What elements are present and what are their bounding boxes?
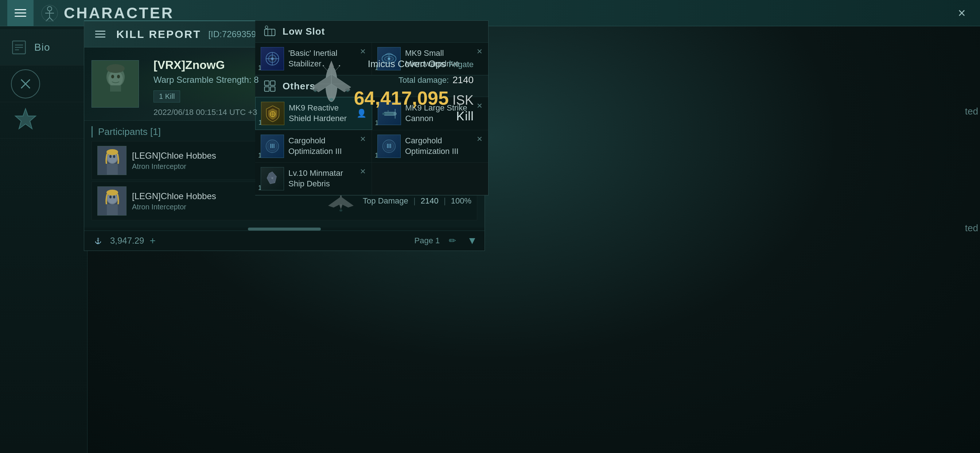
pilot-avatar bbox=[92, 60, 139, 108]
kr-menu-line-1 bbox=[95, 30, 105, 32]
svg-line-30 bbox=[323, 66, 328, 71]
kill-location: ZID-LE < 3-PC31 < Feythabolis bbox=[153, 119, 266, 120]
svg-point-49 bbox=[339, 209, 342, 212]
kr-menu-line-3 bbox=[95, 37, 105, 38]
participant-2-ship: Atron Interceptor bbox=[132, 203, 319, 211]
total-damage-label: Total damage: bbox=[398, 75, 449, 85]
add-button[interactable]: + bbox=[150, 235, 155, 247]
low-slot-title: Low Slot bbox=[283, 26, 325, 37]
ship-name: Imicus Covert Ops bbox=[368, 58, 446, 70]
kr-menu-line-2 bbox=[95, 33, 105, 35]
svg-point-18 bbox=[117, 75, 120, 78]
medals-icon bbox=[11, 105, 40, 136]
empty-slot bbox=[372, 163, 488, 195]
svg-point-26 bbox=[314, 90, 317, 92]
svg-text:III: III bbox=[270, 143, 275, 149]
svg-point-33 bbox=[339, 65, 340, 66]
svg-point-84 bbox=[271, 177, 273, 179]
anchor-icon: ⚓ bbox=[92, 234, 105, 247]
ship-debris-icon bbox=[261, 167, 284, 190]
kill-count-badge: 1 Kill bbox=[153, 91, 180, 102]
svg-point-17 bbox=[111, 75, 114, 78]
svg-rect-50 bbox=[265, 29, 275, 35]
svg-point-45 bbox=[110, 196, 111, 198]
sidebar-item-bio[interactable]: Bio bbox=[0, 29, 88, 65]
avatar-face bbox=[92, 61, 138, 107]
partial-text-ted-1: ted bbox=[965, 106, 978, 117]
svg-point-37 bbox=[110, 155, 111, 158]
cargohold-left-close-button[interactable]: ✕ bbox=[360, 135, 366, 144]
svg-point-16 bbox=[108, 71, 123, 87]
cargohold-left-name: Cargohold Optimization III bbox=[288, 136, 355, 156]
svg-point-40 bbox=[107, 149, 118, 155]
cargohold-opt-right-item: 1 III Cargohold Optimization III ✕ bbox=[372, 130, 488, 162]
filter-icon[interactable]: ▼ bbox=[467, 235, 477, 247]
page-label: Page 1 bbox=[415, 236, 440, 246]
cargohold-left-icon: III bbox=[261, 135, 284, 158]
svg-point-46 bbox=[113, 196, 115, 198]
kr-menu-button[interactable] bbox=[92, 26, 109, 43]
menu-line-3 bbox=[14, 16, 26, 17]
combat-icon bbox=[11, 69, 40, 99]
low-slot-header: Low Slot bbox=[255, 21, 488, 43]
svg-rect-20 bbox=[103, 91, 128, 108]
cargohold-right-icon: III bbox=[377, 135, 401, 158]
scrollbar-thumb[interactable] bbox=[248, 228, 321, 231]
sidebar-nav: Bio bbox=[0, 29, 88, 139]
item-2-close-button[interactable]: ✕ bbox=[477, 47, 483, 56]
low-slot-icon bbox=[262, 24, 277, 39]
svg-point-48 bbox=[107, 190, 118, 196]
participant-1-avatar bbox=[97, 146, 127, 175]
total-damage-value: 2140 bbox=[452, 74, 474, 86]
svg-line-31 bbox=[336, 66, 340, 71]
bottom-value: 3,947.29 bbox=[110, 236, 144, 246]
warp-scramble-text: Warp Scramble Strength: 8 bbox=[153, 75, 266, 85]
svg-point-21 bbox=[107, 64, 125, 73]
isk-value: 64,417,095 bbox=[354, 87, 449, 109]
strike-cannon-close-button[interactable]: ✕ bbox=[477, 101, 483, 110]
isk-label: ISK bbox=[452, 93, 474, 108]
ship-debris-close-button[interactable]: ✕ bbox=[360, 167, 366, 176]
others-items-row-3: 1 Lv.10 Minmatar Ship Debris ✕ bbox=[255, 163, 488, 195]
pilot-name: [VRX]ZnowG bbox=[153, 58, 266, 72]
cargohold-right-close-button[interactable]: ✕ bbox=[477, 135, 483, 144]
svg-point-38 bbox=[113, 155, 115, 158]
svg-text:III: III bbox=[387, 143, 391, 149]
scrollbar-track[interactable] bbox=[84, 228, 485, 231]
svg-point-53 bbox=[265, 26, 267, 28]
cargohold-opt-left-item: 1 III Cargohold Optimization III ✕ bbox=[255, 130, 372, 162]
sidebar-item-medals[interactable] bbox=[0, 102, 88, 139]
sidebar-item-combat[interactable] bbox=[0, 65, 88, 102]
svg-rect-39 bbox=[107, 164, 118, 175]
menu-line-1 bbox=[14, 9, 26, 10]
ship-debris-item: 1 Lv.10 Minmatar Ship Debris ✕ bbox=[255, 163, 372, 195]
participant-2-avatar bbox=[97, 187, 127, 215]
ship-type: Frigate bbox=[449, 60, 474, 69]
app-title: CHARACTER bbox=[64, 4, 174, 22]
svg-point-27 bbox=[346, 90, 349, 92]
svg-point-25 bbox=[329, 98, 334, 100]
svg-rect-47 bbox=[107, 204, 118, 215]
svg-point-32 bbox=[323, 65, 324, 66]
kill-datetime: 2022/06/18 00:15:14 UTC +3 bbox=[153, 108, 266, 117]
kill-result-label: Kill bbox=[456, 109, 474, 120]
cargohold-right-name: Cargohold Optimization III bbox=[405, 136, 472, 156]
edit-icon[interactable]: ✏ bbox=[449, 236, 456, 246]
kill-stats-block: Imicus Covert Ops Frigate Total damage: … bbox=[354, 58, 474, 120]
menu-line-2 bbox=[14, 13, 26, 13]
character-icon bbox=[41, 4, 58, 22]
participant-2-stats: Top Damage | 2140 | 100% bbox=[363, 196, 471, 206]
bio-icon bbox=[11, 39, 27, 56]
sidebar-bio-label: Bio bbox=[34, 41, 50, 53]
svg-marker-12 bbox=[15, 109, 36, 129]
close-app-button[interactable]: × bbox=[951, 2, 973, 24]
svg-point-0 bbox=[48, 6, 52, 11]
others-items-row-2: 1 III Cargohold Optimization III ✕ 1 III bbox=[255, 130, 488, 163]
kr-bottom-bar: ⚓ 3,947.29 + Page 1 ✏ ▼ bbox=[84, 231, 485, 250]
pilot-info-block: [VRX]ZnowG Warp Scramble Strength: 8 1 K… bbox=[146, 48, 273, 120]
kill-report-title: KILL REPORT bbox=[116, 28, 201, 40]
hamburger-menu-button[interactable] bbox=[7, 0, 33, 26]
partial-text-ted-2: ted bbox=[965, 222, 978, 234]
ship-debris-name: Lv.10 Minmatar Ship Debris bbox=[288, 168, 355, 189]
